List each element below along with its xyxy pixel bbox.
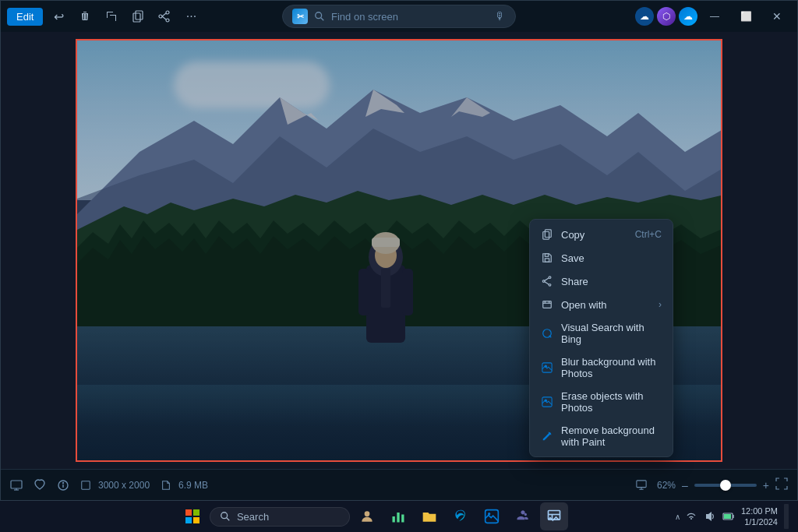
wifi-icon: ☁ bbox=[635, 7, 654, 26]
start-button[interactable] bbox=[178, 502, 207, 530]
taskbar-photos-icon[interactable] bbox=[478, 502, 506, 530]
app-logo: ✂ bbox=[292, 9, 308, 24]
show-desktop-button[interactable] bbox=[784, 504, 789, 529]
menu-item-blur-bg[interactable]: Blur background with Photos bbox=[530, 351, 673, 385]
maximize-button[interactable]: ⬜ bbox=[732, 5, 760, 27]
menu-item-open-with[interactable]: Open with › bbox=[530, 293, 673, 316]
save-label: Save bbox=[561, 252, 662, 264]
taskbar-edge-icon[interactable] bbox=[447, 502, 475, 530]
more-icon[interactable]: ··· bbox=[180, 5, 202, 27]
svg-point-33 bbox=[549, 277, 551, 279]
zoom-slider[interactable] bbox=[694, 484, 757, 487]
minimize-button[interactable]: — bbox=[701, 5, 729, 27]
crop-icon[interactable] bbox=[101, 5, 122, 27]
svg-rect-3 bbox=[115, 15, 116, 21]
tray-chevron-icon[interactable]: ∧ bbox=[675, 513, 680, 521]
undo-icon[interactable]: ↩ bbox=[48, 5, 69, 27]
erase-objects-label: Erase objects with Photos bbox=[561, 390, 662, 414]
svg-rect-70 bbox=[401, 515, 404, 523]
dimensions-text: 3000 x 2000 bbox=[98, 480, 150, 491]
share-label: Share bbox=[561, 276, 662, 287]
copy-label: Copy bbox=[561, 229, 627, 241]
sys-tray-icons: ∧ bbox=[675, 509, 736, 524]
svg-point-65 bbox=[221, 513, 228, 519]
open-with-label: Open with bbox=[561, 299, 651, 311]
svg-point-7 bbox=[166, 19, 169, 22]
date-text: 1/1/2024 bbox=[741, 516, 778, 527]
svg-rect-61 bbox=[185, 509, 192, 516]
taskbar-wifi-icon[interactable] bbox=[683, 509, 699, 524]
open-with-arrow-icon: › bbox=[659, 299, 662, 310]
svg-rect-68 bbox=[392, 516, 394, 523]
taskbar-person-icon[interactable] bbox=[353, 502, 381, 530]
svg-line-66 bbox=[227, 518, 230, 521]
heart-icon[interactable] bbox=[34, 479, 46, 491]
edit-button[interactable]: Edit bbox=[7, 8, 43, 26]
copy-icon[interactable] bbox=[127, 5, 149, 27]
bing-search-icon bbox=[541, 327, 553, 340]
menu-item-copy[interactable]: Copy Ctrl+C bbox=[530, 223, 673, 246]
svg-rect-49 bbox=[11, 481, 22, 488]
svg-point-6 bbox=[166, 11, 169, 14]
svg-line-36 bbox=[545, 278, 549, 281]
image-display-area bbox=[1, 32, 797, 469]
info-icon[interactable] bbox=[57, 479, 69, 491]
menu-item-erase-objects[interactable]: Erase objects with Photos bbox=[530, 385, 673, 419]
taskbar-teams-icon[interactable] bbox=[509, 502, 537, 530]
svg-point-8 bbox=[159, 15, 162, 18]
find-on-screen-input[interactable] bbox=[331, 11, 489, 23]
open-with-menu-icon bbox=[541, 298, 553, 311]
svg-rect-29 bbox=[545, 230, 551, 238]
svg-rect-30 bbox=[543, 232, 549, 240]
menu-item-save[interactable]: Save bbox=[530, 246, 673, 270]
taskbar-folder-icon[interactable] bbox=[415, 502, 443, 530]
filesize-text: 6.9 MB bbox=[178, 480, 208, 491]
status-left: 3000 x 2000 6.9 MB bbox=[10, 479, 208, 491]
taskbar-chart-icon[interactable] bbox=[384, 502, 412, 530]
svg-rect-58 bbox=[637, 480, 646, 487]
taskbar-snipping-icon[interactable] bbox=[540, 502, 568, 530]
share-icon[interactable] bbox=[154, 5, 175, 27]
fullscreen-icon[interactable] bbox=[632, 476, 651, 495]
find-on-screen-bar[interactable]: ✂ 🎙 bbox=[282, 5, 516, 28]
search-icon bbox=[314, 11, 325, 22]
taskbar-search[interactable]: Search bbox=[210, 507, 350, 527]
search-taskbar-icon bbox=[220, 511, 231, 522]
close-button[interactable]: ✕ bbox=[763, 5, 791, 27]
heart-icon-item[interactable] bbox=[34, 479, 46, 491]
app-window: Edit ↩ ··· ✂ 🎙 ☁ ⬡ ☁ — bbox=[0, 0, 798, 501]
taskbar-battery-icon[interactable] bbox=[721, 509, 736, 524]
search-taskbar-text: Search bbox=[237, 511, 269, 523]
svg-rect-31 bbox=[545, 259, 549, 262]
delete-icon[interactable] bbox=[74, 5, 96, 27]
fit-to-screen-icon[interactable] bbox=[775, 477, 788, 492]
taskbar: Search ∧ bbox=[0, 501, 798, 532]
filesize-item: 6.9 MB bbox=[161, 480, 208, 491]
resize-icon bbox=[80, 480, 91, 491]
taskbar-sys-tray: ∧ 12:00 PM 1/1/2024 bbox=[675, 504, 789, 529]
mic-icon[interactable]: 🎙 bbox=[495, 10, 506, 23]
svg-line-12 bbox=[321, 18, 324, 21]
svg-rect-77 bbox=[724, 514, 731, 519]
taskbar-volume-icon[interactable] bbox=[702, 509, 718, 524]
svg-rect-69 bbox=[397, 513, 399, 523]
remove-bg-icon bbox=[541, 430, 553, 442]
svg-rect-0 bbox=[107, 12, 113, 12]
svg-point-11 bbox=[316, 12, 322, 19]
zoom-out-icon[interactable]: – bbox=[682, 479, 688, 491]
blur-bg-label: Blur background with Photos bbox=[561, 356, 662, 379]
menu-item-share[interactable]: Share bbox=[530, 270, 673, 293]
monitor-icon bbox=[10, 479, 23, 491]
menu-item-visual-search[interactable]: Visual Search with Bing bbox=[530, 316, 673, 351]
zoom-in-icon[interactable]: + bbox=[763, 479, 769, 491]
time-text: 12:00 PM bbox=[741, 506, 778, 516]
clock-display[interactable]: 12:00 PM 1/1/2024 bbox=[741, 506, 778, 528]
zoom-thumb bbox=[720, 480, 731, 491]
info-icon-item[interactable] bbox=[57, 479, 69, 491]
svg-rect-5 bbox=[133, 13, 140, 22]
svg-rect-4 bbox=[136, 11, 143, 19]
svg-rect-62 bbox=[193, 509, 200, 516]
copy-shortcut: Ctrl+C bbox=[635, 229, 662, 240]
menu-item-remove-bg[interactable]: Remove background with Paint bbox=[530, 419, 673, 453]
save-menu-icon bbox=[541, 252, 553, 264]
